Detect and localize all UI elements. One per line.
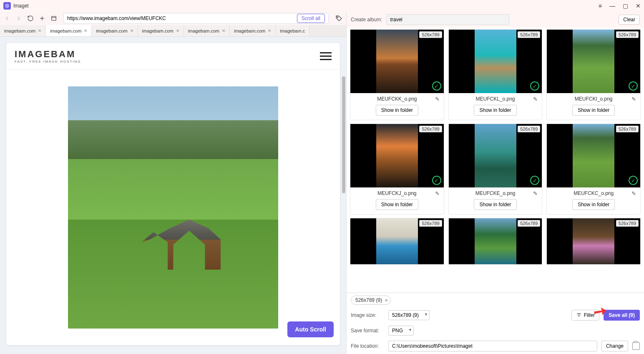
maximize-icon[interactable]: ▢ (623, 3, 628, 9)
forward-icon[interactable] (15, 15, 23, 22)
tab[interactable]: imagebam.c (276, 25, 309, 36)
show-in-folder-button[interactable]: Show in folder (474, 199, 516, 210)
tab-label: imagebam.com (96, 28, 127, 33)
app-icon (3, 2, 11, 10)
clear-button[interactable]: Clear (619, 15, 640, 25)
filter-button[interactable]: Filter (571, 310, 600, 321)
folder-icon[interactable] (632, 342, 640, 350)
refresh-icon[interactable] (27, 15, 34, 22)
tab[interactable]: imagebam.com✕ (92, 25, 138, 36)
tab-close-icon[interactable]: ✕ (84, 28, 87, 33)
tab-label: imagebam.com (188, 28, 219, 33)
tab-close-icon[interactable]: ✕ (222, 28, 225, 33)
browser-toolbar: Scroll all (0, 12, 346, 25)
thumbnail-card[interactable]: 526x789 (546, 218, 641, 265)
change-button[interactable]: Change (601, 341, 628, 351)
filename: MEUFCKJ_o.png (377, 190, 416, 196)
tag-icon[interactable] (335, 15, 343, 22)
scrollbar[interactable] (342, 76, 345, 193)
edit-icon[interactable]: ✎ (631, 96, 636, 102)
thumbnail-image: 526x789 (350, 218, 444, 264)
check-icon: ✓ (432, 176, 441, 185)
minimize-icon[interactable]: — (609, 3, 615, 9)
thumbnail-image: 526x789✓ (350, 30, 444, 93)
edit-icon[interactable]: ✎ (533, 190, 538, 197)
tab-label: imagebam.c (280, 28, 305, 33)
window-icon[interactable] (50, 15, 58, 22)
filename: MEUFCKL_o.png (475, 96, 515, 102)
filter-label: Filter (584, 312, 595, 318)
tab-close-icon[interactable]: ✕ (176, 28, 179, 33)
svg-rect-2 (52, 16, 56, 20)
thumbnail-card[interactable]: 526x789 (448, 218, 543, 265)
page-content: IMAGEBAM FAST, FREE IMAGE HOSTING Auto S… (0, 37, 346, 354)
check-icon: ✓ (629, 81, 638, 91)
save-all-button[interactable]: Save all (9) (604, 310, 640, 321)
file-location-input[interactable] (388, 341, 597, 351)
show-in-folder-button[interactable]: Show in folder (376, 105, 418, 116)
album-input[interactable] (386, 14, 509, 25)
create-album-label: Create album: (351, 17, 382, 23)
scroll-all-button[interactable]: Scroll all (297, 14, 325, 23)
tab[interactable]: imagebam.com✕ (138, 25, 184, 36)
size-chip[interactable]: 526x789 (9) ✕ (351, 296, 391, 305)
filename: MEUFCKK_o.png (377, 96, 417, 102)
svg-point-3 (337, 17, 338, 18)
newtab-icon[interactable] (38, 15, 46, 22)
check-icon: ✓ (530, 81, 539, 91)
menu-icon[interactable]: ≡ (599, 3, 602, 9)
tab-label: imagebam.com (142, 28, 174, 33)
thumbnail-image: 526x789✓ (350, 124, 444, 187)
thumbnail-card[interactable]: 526x789 (350, 218, 444, 265)
site-logo: IMAGEBAM FAST, FREE IMAGE HOSTING (15, 49, 81, 63)
hamburger-icon[interactable] (320, 52, 332, 60)
dimension-badge: 526x789 (419, 31, 442, 38)
tab-close-icon[interactable]: ✕ (268, 28, 271, 33)
save-format-select[interactable]: PNG (388, 326, 414, 336)
tab[interactable]: imagebam.com✕ (230, 25, 276, 36)
thumbnail-card[interactable]: 526x789✓MEUFCKJ_o.png✎ Show in folder (350, 124, 444, 215)
dimension-badge: 526x789 (616, 126, 639, 132)
thumbnail-image: 526x789✓ (547, 30, 640, 93)
image-size-select[interactable]: 526x789 (9) (388, 310, 430, 320)
chip-remove-icon[interactable]: ✕ (385, 298, 388, 303)
check-icon: ✓ (629, 176, 638, 185)
svg-point-0 (5, 4, 9, 8)
close-icon[interactable]: ✕ (636, 3, 641, 9)
check-icon: ✓ (530, 176, 539, 185)
url-bar[interactable]: Scroll all (63, 13, 329, 24)
auto-scroll-button[interactable]: Auto Scroll (287, 321, 334, 337)
thumbnail-card[interactable]: 526x789✓MEUFCKL_o.png✎ Show in folder (448, 29, 543, 120)
thumbnail-card[interactable]: 526x789✓MEUFCKK_o.png✎ Show in folder (350, 29, 444, 120)
thumbnail-image: 526x789✓ (547, 124, 640, 187)
thumbnail-card[interactable]: 526x789✓MEUFCKC_o.png✎ Show in folder (546, 124, 641, 215)
logo-subtitle: FAST, FREE IMAGE HOSTING (15, 60, 81, 63)
thumbnail-grid: 526x789✓MEUFCKK_o.png✎ Show in folder 52… (347, 28, 644, 293)
tab[interactable]: imagebam.com✕ (0, 25, 46, 36)
tab[interactable]: imagebam.com✕ (184, 25, 230, 36)
back-icon[interactable] (3, 15, 11, 22)
app-title: Imaget (13, 3, 29, 9)
show-in-folder-button[interactable]: Show in folder (572, 105, 615, 116)
sidebar-footer: 526x789 (9) ✕ Image size: 526x789 (9) Fi… (347, 293, 644, 354)
thumbnail-card[interactable]: 526x789✓MEUFCKI_o.png✎ Show in folder (546, 29, 641, 120)
edit-icon[interactable]: ✎ (631, 190, 636, 197)
filename: MEUFCKE_o.png (475, 190, 515, 196)
svg-point-1 (7, 5, 8, 7)
url-input[interactable] (67, 15, 295, 21)
edit-icon[interactable]: ✎ (435, 96, 440, 102)
tab-label: imagebam.com (50, 28, 81, 33)
show-in-folder-button[interactable]: Show in folder (572, 199, 615, 210)
thumbnail-image: 526x789 (547, 218, 640, 264)
file-location-label: File location: (351, 343, 384, 349)
edit-icon[interactable]: ✎ (435, 190, 440, 197)
thumbnail-card[interactable]: 526x789✓MEUFCKE_o.png✎ Show in folder (448, 124, 543, 215)
tab-close-icon[interactable]: ✕ (38, 28, 41, 33)
show-in-folder-button[interactable]: Show in folder (474, 105, 516, 116)
dimension-badge: 526x789 (616, 220, 639, 227)
dimension-badge: 526x789 (616, 31, 639, 38)
show-in-folder-button[interactable]: Show in folder (376, 199, 418, 210)
tab-close-icon[interactable]: ✕ (130, 28, 133, 33)
edit-icon[interactable]: ✎ (533, 96, 538, 102)
tab[interactable]: imagebam.com✕ (46, 25, 92, 36)
